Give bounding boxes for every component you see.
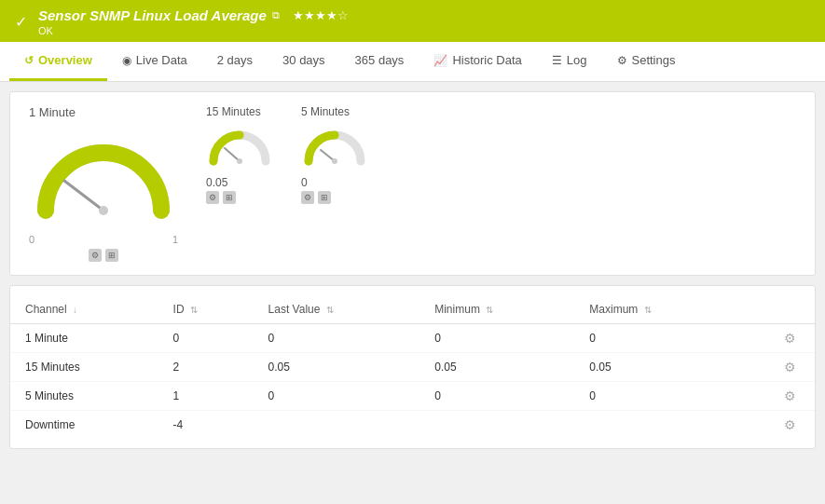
tab-365days-label: 365 days xyxy=(355,53,405,67)
tab-settings-label: Settings xyxy=(632,53,676,67)
sensor-status: OK xyxy=(38,25,349,36)
tab-historic-label: Historic Data xyxy=(452,53,521,67)
check-icon: ✓ xyxy=(15,13,27,31)
cell-id: 0 xyxy=(158,324,254,353)
external-link-icon[interactable]: ⧉ xyxy=(272,9,280,21)
svg-point-1 xyxy=(99,206,108,215)
tab-30days-label: 30 days xyxy=(282,53,325,67)
cell-id: 2 xyxy=(158,353,254,382)
svg-line-0 xyxy=(64,181,103,211)
cell-last-value: 0.05 xyxy=(254,353,420,382)
tab-30days[interactable]: 30 days xyxy=(268,42,340,81)
tab-log-label: Log xyxy=(567,53,587,67)
cell-last-value: 0 xyxy=(254,324,420,353)
gauge-5min-svg xyxy=(301,124,368,172)
gauge-5min-icons: ⚙ ⊞ xyxy=(301,191,331,204)
gauge-card: 1 Minute 0 1 ⚙ ⊞ xyxy=(9,91,816,276)
gauge-15min-svg xyxy=(206,124,273,172)
lastval-sort-icon: ⇅ xyxy=(326,305,334,315)
svg-point-3 xyxy=(237,158,242,164)
cell-minimum: 0 xyxy=(419,382,574,411)
gauge-5min-label: 5 Minutes xyxy=(301,105,350,118)
tab-settings[interactable]: ⚙ Settings xyxy=(602,42,691,81)
gauge-15min-settings[interactable]: ⚙ xyxy=(206,191,219,204)
cell-id: 1 xyxy=(158,382,254,411)
gauge-large-svg xyxy=(29,127,178,229)
settings-icon: ⚙ xyxy=(617,54,627,67)
cell-actions: ⚙ xyxy=(735,353,815,382)
gauge-5min-value: 0 xyxy=(301,176,308,189)
cell-channel: 1 Minute xyxy=(10,324,158,353)
gauge-5min-settings[interactable]: ⚙ xyxy=(301,191,314,204)
gauge-icons: ⚙ ⊞ xyxy=(29,249,178,262)
table-row: 15 Minutes 2 0.05 0.05 0.05 ⚙ xyxy=(10,353,815,382)
cell-maximum: 0 xyxy=(574,324,735,353)
min-sort-icon: ⇅ xyxy=(486,305,493,315)
gauge-15min-group: 15 Minutes 0.05 ⚙ ⊞ xyxy=(206,105,273,204)
header-status-wrap: Sensor SNMP Linux Load Average ⧉ ★★★★☆ O… xyxy=(38,7,349,36)
row-settings-icon[interactable]: ⚙ xyxy=(784,360,796,375)
channel-sort-icon: ↓ xyxy=(73,305,77,315)
table-card: Channel ↓ ID ⇅ Last Value ⇅ Minimum ⇅ xyxy=(9,285,816,449)
gauge-max: 1 xyxy=(172,234,178,245)
tab-historic[interactable]: 📈 Historic Data xyxy=(419,42,536,81)
tab-365days[interactable]: 365 days xyxy=(340,42,419,81)
table-row: Downtime -4 ⚙ xyxy=(10,411,815,440)
table-body: 1 Minute 0 0 0 0 ⚙ 15 Minutes 2 0.05 0.0… xyxy=(10,324,815,440)
gauge-5min-group: 5 Minutes 0 ⚙ ⊞ xyxy=(301,105,368,204)
cell-last-value xyxy=(254,411,420,440)
svg-point-5 xyxy=(332,158,337,164)
cell-channel: 15 Minutes xyxy=(10,353,158,382)
table-row: 1 Minute 0 0 0 0 ⚙ xyxy=(10,324,815,353)
col-id[interactable]: ID ⇅ xyxy=(158,295,254,324)
cell-minimum: 0.05 xyxy=(419,353,574,382)
gauge-15min-icons: ⚙ ⊞ xyxy=(206,191,236,204)
gauge-15min-value: 0.05 xyxy=(206,176,227,189)
table-header: Channel ↓ ID ⇅ Last Value ⇅ Minimum ⇅ xyxy=(10,295,815,324)
gauge-large-wrap: 0 1 ⚙ ⊞ xyxy=(29,127,178,262)
gauge-5min-zoom[interactable]: ⊞ xyxy=(318,191,331,204)
overview-icon: ↺ xyxy=(24,54,34,67)
cell-actions: ⚙ xyxy=(735,382,815,411)
main-content: 1 Minute 0 1 ⚙ ⊞ xyxy=(0,82,825,458)
tab-2days[interactable]: 2 days xyxy=(202,42,268,81)
gauge-15min-label: 15 Minutes xyxy=(206,105,261,118)
col-last-value[interactable]: Last Value ⇅ xyxy=(254,295,420,324)
tab-live-data[interactable]: ◉ Live Data xyxy=(107,42,202,81)
gauge-15min-zoom[interactable]: ⊞ xyxy=(223,191,236,204)
tab-overview[interactable]: ↺ Overview xyxy=(9,42,107,81)
row-settings-icon[interactable]: ⚙ xyxy=(784,417,796,432)
gauge-min-max: 0 1 xyxy=(29,234,178,245)
row-settings-icon[interactable]: ⚙ xyxy=(784,331,796,346)
svg-line-2 xyxy=(225,148,240,161)
rating-stars[interactable]: ★★★★☆ xyxy=(293,8,349,22)
data-table: Channel ↓ ID ⇅ Last Value ⇅ Minimum ⇅ xyxy=(10,295,815,439)
tab-2days-label: 2 days xyxy=(217,53,253,67)
live-data-icon: ◉ xyxy=(122,54,131,67)
cell-channel: Downtime xyxy=(10,411,158,440)
sensor-prefix: Sensor xyxy=(38,7,86,23)
tab-log[interactable]: ☰ Log xyxy=(537,42,602,81)
row-settings-icon[interactable]: ⚙ xyxy=(784,388,796,403)
col-actions xyxy=(735,295,815,324)
gauge-settings-btn[interactable]: ⚙ xyxy=(89,249,102,262)
col-minimum[interactable]: Minimum ⇅ xyxy=(419,295,574,324)
cell-actions: ⚙ xyxy=(735,411,815,440)
small-gauges-row: 15 Minutes 0.05 ⚙ ⊞ 5 Minutes xyxy=(206,105,368,204)
cell-actions: ⚙ xyxy=(735,324,815,353)
id-sort-icon: ⇅ xyxy=(190,305,198,315)
gauge-zoom-btn[interactable]: ⊞ xyxy=(105,249,118,262)
header-bar: ✓ Sensor SNMP Linux Load Average ⧉ ★★★★☆… xyxy=(0,0,825,42)
col-maximum[interactable]: Maximum ⇅ xyxy=(574,295,735,324)
nav-tabs: ↺ Overview ◉ Live Data 2 days 30 days 36… xyxy=(0,42,825,82)
log-icon: ☰ xyxy=(552,54,562,67)
cell-maximum: 0.05 xyxy=(574,353,735,382)
cell-last-value: 0 xyxy=(254,382,420,411)
historic-icon: 📈 xyxy=(433,54,447,67)
gauge-1min-section: 1 Minute 0 1 ⚙ ⊞ xyxy=(29,105,178,262)
cell-minimum xyxy=(419,411,574,440)
table-row: 5 Minutes 1 0 0 0 ⚙ xyxy=(10,382,815,411)
max-sort-icon: ⇅ xyxy=(644,305,652,315)
col-channel[interactable]: Channel ↓ xyxy=(10,295,158,324)
cell-minimum: 0 xyxy=(419,324,574,353)
